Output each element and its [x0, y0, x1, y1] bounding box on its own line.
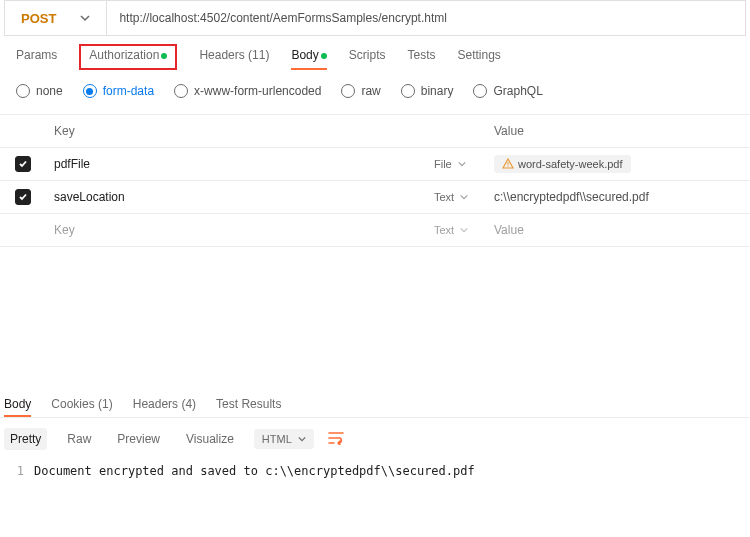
row-type-label: File: [434, 158, 452, 170]
row-key-input[interactable]: Key: [46, 223, 426, 237]
chevron-down-icon: [460, 226, 468, 234]
table-header-key: Key: [46, 124, 426, 138]
radio-graphql-label: GraphQL: [493, 84, 542, 98]
row-value-input[interactable]: Value: [486, 223, 750, 237]
tab-body-label: Body: [291, 48, 318, 62]
res-tab-cookies-count: (1): [95, 397, 113, 411]
row-type-label: Text: [434, 224, 454, 236]
chevron-down-icon: [458, 160, 466, 168]
res-tab-cookies[interactable]: Cookies (1): [51, 397, 112, 417]
file-chip[interactable]: word-safety-week.pdf: [494, 155, 631, 173]
tab-body[interactable]: Body: [291, 48, 326, 70]
line-number: 1: [0, 464, 34, 478]
res-tab-headers-label: Headers: [133, 397, 178, 411]
row-type-select[interactable]: File: [426, 158, 486, 170]
table-row-placeholder: Key Text Value: [0, 214, 750, 247]
chevron-down-icon: [298, 435, 306, 443]
radio-none-label: none: [36, 84, 63, 98]
tab-settings[interactable]: Settings: [458, 48, 501, 70]
request-url-input[interactable]: http://localhost:4502/content/AemFormsSa…: [107, 1, 745, 35]
status-dot-icon: [321, 53, 327, 59]
radio-form-data-label: form-data: [103, 84, 154, 98]
http-method-select[interactable]: POST: [5, 1, 107, 35]
tab-headers-count: (11): [245, 48, 270, 62]
radio-none[interactable]: none: [16, 84, 63, 98]
tab-tests[interactable]: Tests: [407, 48, 435, 70]
response-body-text: Document encrypted and saved to c:\\encr…: [34, 464, 475, 478]
body-type-radio-group: none form-data x-www-form-urlencoded raw…: [0, 70, 750, 110]
row-value-input[interactable]: word-safety-week.pdf: [486, 155, 750, 173]
tab-params[interactable]: Params: [16, 48, 57, 70]
http-method-label: POST: [21, 11, 56, 26]
radio-binary-label: binary: [421, 84, 454, 98]
view-mode-visualize[interactable]: Visualize: [180, 428, 240, 450]
form-data-table: Key Value pdfFile File word-safety-week.…: [0, 114, 750, 247]
empty-space: [0, 247, 750, 387]
response-tabs: Body Cookies (1) Headers (4) Test Result…: [0, 387, 750, 417]
file-chip-name: word-safety-week.pdf: [518, 158, 623, 170]
tab-headers[interactable]: Headers (11): [199, 48, 269, 70]
tab-authorization[interactable]: Authorization: [79, 44, 177, 70]
res-tab-test-results[interactable]: Test Results: [216, 397, 281, 417]
row-type-select[interactable]: Text: [426, 191, 486, 203]
row-key-input[interactable]: pdfFile: [46, 157, 426, 171]
wrap-lines-button[interactable]: [328, 431, 344, 448]
row-value-input[interactable]: c:\\encryptedpdf\\secured.pdf: [486, 190, 750, 204]
request-url-text: http://localhost:4502/content/AemFormsSa…: [119, 11, 447, 25]
row-type-label: Text: [434, 191, 454, 203]
check-icon: [18, 192, 28, 202]
row-checkbox-cell: [0, 189, 46, 205]
check-icon: [18, 159, 28, 169]
warning-icon: [502, 158, 514, 170]
tab-scripts[interactable]: Scripts: [349, 48, 386, 70]
table-row: pdfFile File word-safety-week.pdf: [0, 148, 750, 181]
radio-raw[interactable]: raw: [341, 84, 380, 98]
radio-form-data[interactable]: form-data: [83, 84, 154, 98]
radio-urlencoded[interactable]: x-www-form-urlencoded: [174, 84, 321, 98]
wrap-icon: [328, 431, 344, 445]
request-tabs: Params Authorization Headers (11) Body S…: [0, 36, 750, 70]
row-key-input[interactable]: saveLocation: [46, 190, 426, 204]
svg-point-0: [507, 166, 508, 167]
response-language-label: HTML: [262, 433, 292, 445]
table-header-row: Key Value: [0, 115, 750, 148]
res-tab-cookies-label: Cookies: [51, 397, 94, 411]
view-mode-preview[interactable]: Preview: [111, 428, 166, 450]
chevron-down-icon: [80, 13, 90, 23]
res-tab-headers-count: (4): [178, 397, 196, 411]
response-language-select[interactable]: HTML: [254, 429, 314, 449]
row-type-select[interactable]: Text: [426, 224, 486, 236]
table-header-value: Value: [486, 124, 750, 138]
response-body-editor[interactable]: 1 Document encrypted and saved to c:\\en…: [0, 460, 750, 482]
status-dot-icon: [161, 53, 167, 59]
res-tab-headers[interactable]: Headers (4): [133, 397, 196, 417]
tab-headers-label: Headers: [199, 48, 244, 62]
radio-urlencoded-label: x-www-form-urlencoded: [194, 84, 321, 98]
svg-rect-1: [508, 162, 509, 165]
radio-binary[interactable]: binary: [401, 84, 454, 98]
res-tab-body[interactable]: Body: [4, 397, 31, 417]
row-checkbox[interactable]: [15, 156, 31, 172]
chevron-down-icon: [460, 193, 468, 201]
tab-authorization-label: Authorization: [89, 48, 159, 62]
radio-raw-label: raw: [361, 84, 380, 98]
view-mode-pretty[interactable]: Pretty: [4, 428, 47, 450]
row-checkbox[interactable]: [15, 189, 31, 205]
view-mode-raw[interactable]: Raw: [61, 428, 97, 450]
radio-graphql[interactable]: GraphQL: [473, 84, 542, 98]
table-row: saveLocation Text c:\\encryptedpdf\\secu…: [0, 181, 750, 214]
response-toolbar: Pretty Raw Preview Visualize HTML: [0, 417, 750, 460]
row-checkbox-cell: [0, 156, 46, 172]
request-bar: POST http://localhost:4502/content/AemFo…: [4, 0, 746, 36]
